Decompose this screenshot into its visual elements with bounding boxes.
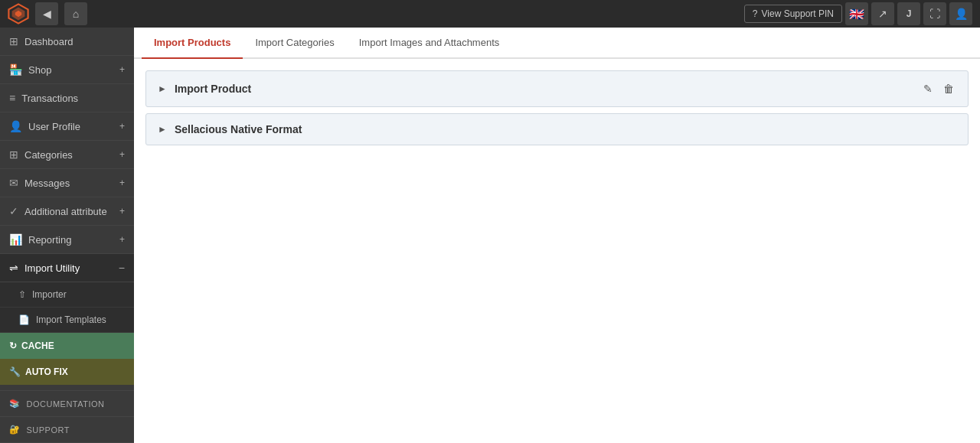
refresh-icon: ↻ xyxy=(9,340,17,351)
content-body: ► Import Product ✎ 🗑 ► Sellacious Native… xyxy=(134,59,980,443)
user-profile-icon: 👤 xyxy=(9,120,22,132)
question-icon: ? xyxy=(753,8,758,19)
sidebar-item-support[interactable]: 🔐 SUPPORT xyxy=(0,417,134,443)
plus-icon: + xyxy=(119,206,125,217)
sidebar-sub-label: Importer xyxy=(32,289,67,300)
sidebar-item-documentation[interactable]: 📚 DOCUMENTATION xyxy=(0,391,134,417)
expand-icon: ⛶ xyxy=(929,8,940,20)
accordion-import-product-header[interactable]: ► Import Product ✎ 🗑 xyxy=(146,71,968,106)
accordion-sellacious-native-header[interactable]: ► Sellacious Native Format xyxy=(146,114,968,145)
sidebar-item-label: Reporting xyxy=(28,234,71,246)
flag-button[interactable]: 🇬🇧 xyxy=(845,2,868,25)
accordion-sellacious-native-label: Sellacious Native Format xyxy=(175,123,302,135)
main-layout: ⊞ Dashboard 🏪 Shop + ≡ Transactions 👤 Us… xyxy=(0,28,980,443)
importer-icon: ⇧ xyxy=(18,289,26,300)
expand-button[interactable]: ⛶ xyxy=(923,2,946,25)
back-button[interactable]: ◀ xyxy=(35,2,58,25)
sidebar-item-dashboard[interactable]: ⊞ Dashboard xyxy=(0,28,134,56)
content-area: Import Products Import Categories Import… xyxy=(134,28,980,443)
sidebar-item-additional-attribute[interactable]: ✓ Additional attribute + xyxy=(0,197,134,226)
home-button[interactable]: ⌂ xyxy=(64,2,87,25)
tab-label: Import Images and Attachments xyxy=(359,37,500,48)
sidebar-item-categories[interactable]: ⊞ Categories + xyxy=(0,141,134,169)
sidebar: ⊞ Dashboard 🏪 Shop + ≡ Transactions 👤 Us… xyxy=(0,28,134,443)
accordion-sellacious-native: ► Sellacious Native Format xyxy=(145,113,969,145)
top-nav: ◀ ⌂ ? View Support PIN 🇬🇧 ↗ J ⛶ 👤 xyxy=(0,0,980,28)
support-icon: 🔐 xyxy=(9,425,21,435)
external-button[interactable]: ↗ xyxy=(871,2,894,25)
external-icon: ↗ xyxy=(878,8,887,20)
sidebar-item-label: Additional attribute xyxy=(24,206,107,217)
dashboard-icon: ⊞ xyxy=(9,35,18,47)
attr-icon: ✓ xyxy=(9,205,18,217)
support-pin-button[interactable]: ? View Support PIN xyxy=(744,5,842,23)
tab-label: Import Products xyxy=(154,37,230,48)
plus-icon: + xyxy=(119,234,125,245)
sidebar-item-label: User Profile xyxy=(28,121,80,132)
support-label: SUPPORT xyxy=(27,425,70,435)
documentation-label: DOCUMENTATION xyxy=(27,399,105,409)
documentation-icon: 📚 xyxy=(9,399,21,409)
accordion-import-product-label: Import Product xyxy=(175,83,251,95)
sidebar-item-label: Import Utility xyxy=(24,262,80,274)
autofix-button[interactable]: 🔧 AUTO FIX xyxy=(0,359,134,385)
sidebar-sub-label: Import Templates xyxy=(36,314,106,325)
user-icon: 👤 xyxy=(955,8,968,20)
sidebar-item-import-utility[interactable]: ⇌ Import Utility − xyxy=(0,254,134,282)
sidebar-bottom-links: 📚 DOCUMENTATION 🔐 SUPPORT xyxy=(0,390,134,443)
minus-icon: − xyxy=(119,262,125,274)
cache-label: CACHE xyxy=(21,340,54,351)
tabs-bar: Import Products Import Categories Import… xyxy=(134,28,980,59)
sidebar-item-transactions[interactable]: ≡ Transactions xyxy=(0,84,134,112)
sidebar-item-reporting[interactable]: 📊 Reporting + xyxy=(0,226,134,254)
reporting-icon: 📊 xyxy=(9,233,22,246)
plus-icon: + xyxy=(119,121,125,132)
accordion-import-product: ► Import Product ✎ 🗑 xyxy=(145,70,969,107)
tab-import-products[interactable]: Import Products xyxy=(142,28,243,59)
sidebar-sub-menu: ⇧ Importer 📄 Import Templates xyxy=(0,282,134,333)
top-nav-right: ? View Support PIN 🇬🇧 ↗ J ⛶ 👤 xyxy=(744,2,972,25)
shop-icon: 🏪 xyxy=(9,64,22,76)
sidebar-item-label: Transactions xyxy=(21,93,78,104)
autofix-label: AUTO FIX xyxy=(25,366,68,377)
sidebar-item-label: Dashboard xyxy=(24,36,74,47)
sidebar-item-label: Shop xyxy=(28,64,51,76)
chevron-right-icon: ► xyxy=(158,124,167,135)
top-nav-left: ◀ ⌂ xyxy=(8,2,87,25)
logo xyxy=(8,3,29,24)
support-pin-label: View Support PIN xyxy=(762,8,835,19)
file-icon: 📄 xyxy=(18,314,30,325)
joomla-button[interactable]: J xyxy=(897,2,920,25)
sidebar-item-import-templates[interactable]: 📄 Import Templates xyxy=(0,308,134,333)
sidebar-item-label: Messages xyxy=(24,178,70,189)
chevron-right-icon: ► xyxy=(158,83,167,94)
messages-icon: ✉ xyxy=(9,177,18,189)
plus-icon: + xyxy=(119,178,125,188)
sidebar-item-shop[interactable]: 🏪 Shop + xyxy=(0,56,134,84)
tab-import-images[interactable]: Import Images and Attachments xyxy=(347,28,512,59)
sidebar-item-messages[interactable]: ✉ Messages + xyxy=(0,169,134,197)
edit-icon[interactable]: ✎ xyxy=(921,80,935,97)
joomla-icon: J xyxy=(906,8,912,19)
cache-button[interactable]: ↻ CACHE xyxy=(0,333,134,359)
transactions-icon: ≡ xyxy=(9,92,15,104)
flag-icon: 🇬🇧 xyxy=(849,7,864,21)
logo-icon xyxy=(8,3,29,24)
sidebar-item-importer[interactable]: ⇧ Importer xyxy=(0,282,134,308)
user-button[interactable]: 👤 xyxy=(949,2,972,25)
delete-icon[interactable]: 🗑 xyxy=(941,80,956,97)
tab-label: Import Categories xyxy=(255,37,334,48)
plus-icon: + xyxy=(119,149,125,160)
sidebar-item-user-profile[interactable]: 👤 User Profile + xyxy=(0,112,134,141)
categories-icon: ⊞ xyxy=(9,148,18,161)
plus-icon: + xyxy=(119,64,125,75)
sidebar-item-label: Categories xyxy=(24,149,73,161)
tab-import-categories[interactable]: Import Categories xyxy=(243,28,346,59)
back-icon: ◀ xyxy=(43,8,51,20)
import-utility-icon: ⇌ xyxy=(9,262,18,274)
wrench-icon: 🔧 xyxy=(9,366,21,377)
home-icon: ⌂ xyxy=(73,8,79,20)
